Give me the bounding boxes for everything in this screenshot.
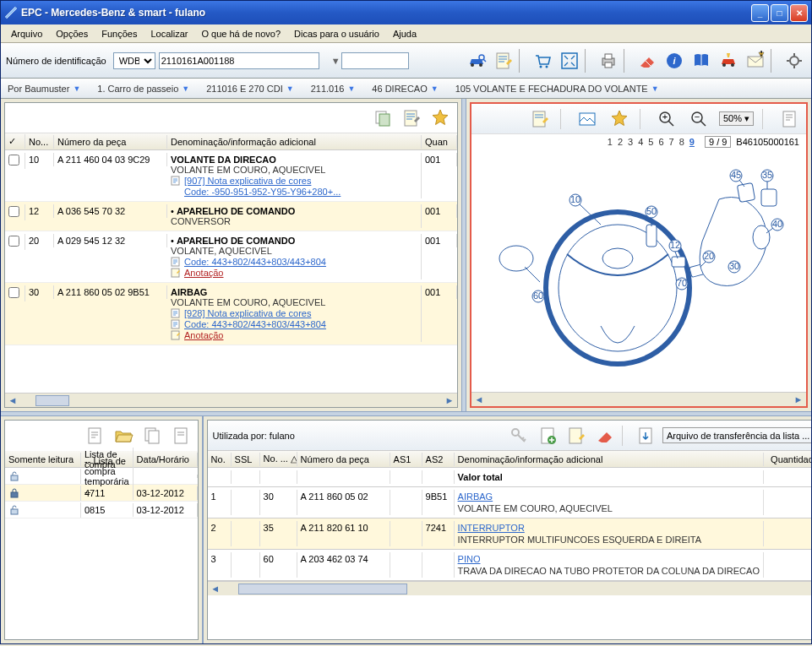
- key-icon[interactable]: [507, 424, 531, 448]
- shop-list-row[interactable]: 471103-12-2012: [5, 485, 198, 502]
- header-part[interactable]: Número da peça: [54, 135, 167, 149]
- row-checkbox[interactable]: [8, 206, 19, 217]
- edit-item-icon[interactable]: [564, 424, 588, 448]
- cart-row[interactable]: 360A 203 462 03 74PINOTRAVA DA DIRECAO N…: [208, 550, 811, 581]
- vertical-splitter-bottom[interactable]: [202, 416, 204, 643]
- row-checkbox[interactable]: [8, 287, 19, 298]
- row-checkbox[interactable]: [8, 236, 19, 247]
- cart-row[interactable]: 130A 211 860 05 029B51AIRBAGVOLANTE EM C…: [208, 487, 811, 518]
- crumb-model[interactable]: 211016 E 270 CDI▼: [206, 84, 293, 94]
- page-link[interactable]: 2: [618, 137, 623, 147]
- menu-dicas[interactable]: Dicas para o usuário: [287, 27, 386, 41]
- mail-alert-icon[interactable]: !: [744, 49, 767, 73]
- menu-novidades[interactable]: O que há de novo?: [194, 27, 287, 41]
- row-link[interactable]: Code: 443+802/443+803/443+804: [184, 319, 326, 329]
- crumb-carro[interactable]: 1. Carro de passeio▼: [97, 84, 189, 94]
- list-props-icon[interactable]: [169, 424, 193, 448]
- crumb-variant[interactable]: 211.016▼: [311, 84, 356, 94]
- ident-select[interactable]: WDB: [113, 52, 155, 69]
- cart-item-link[interactable]: INTERRUPTOR: [458, 523, 525, 533]
- image-icon[interactable]: [575, 107, 599, 131]
- star2-icon[interactable]: [608, 107, 631, 131]
- page-link[interactable]: 3: [628, 137, 633, 147]
- row-link[interactable]: Code: 443+802/443+803/443+804: [184, 257, 326, 267]
- cart-item-link[interactable]: AIRBAG: [458, 491, 493, 502]
- header-readonly[interactable]: Somente leitura: [5, 453, 81, 466]
- copy-selection-icon[interactable]: [371, 106, 395, 130]
- diagram-viewer[interactable]: 10 60 50 12 70 20 30 45 35 40: [471, 149, 806, 392]
- tools-icon[interactable]: [782, 49, 806, 73]
- menu-ajuda[interactable]: Ajuda: [386, 27, 423, 41]
- row-link[interactable]: [928] Nota explicativa de cores: [184, 308, 311, 318]
- vin-input[interactable]: [159, 52, 319, 69]
- page-link[interactable]: 5: [648, 137, 653, 147]
- search-input[interactable]: [341, 52, 409, 69]
- new-list-icon[interactable]: [83, 424, 106, 448]
- page-link[interactable]: 1: [608, 137, 613, 147]
- page-link[interactable]: 4: [638, 137, 643, 147]
- shop-list-row[interactable]: 081503-12-2012: [5, 502, 198, 518]
- page-link[interactable]: 7: [669, 137, 674, 147]
- cart-h-den[interactable]: Denominação/informação adicional: [455, 453, 764, 466]
- row-link[interactable]: Code: -950-951-952-Y95-Y96+280+...: [184, 187, 341, 197]
- parts-h-scrollbar[interactable]: ◄►: [5, 393, 457, 407]
- header-denomination[interactable]: Denominação/informação adicional: [167, 135, 422, 149]
- page-view-icon[interactable]: [777, 107, 801, 131]
- row-link[interactable]: Anotação: [184, 330, 223, 340]
- add-item-icon[interactable]: [536, 424, 559, 448]
- cart-h-scrollbar[interactable]: ◄►: [208, 581, 811, 595]
- delete-item-icon[interactable]: [593, 424, 617, 448]
- notes-icon[interactable]: [492, 49, 515, 73]
- car-search-icon[interactable]: [465, 49, 488, 73]
- export-icon[interactable]: [634, 424, 657, 448]
- row-link[interactable]: [907] Nota explicativa de cores: [184, 176, 311, 186]
- book-icon[interactable]: [689, 49, 713, 73]
- transfer-file-select[interactable]: Arquivo de transferência da lista ...▾: [662, 427, 811, 443]
- page-link[interactable]: 9: [689, 137, 695, 147]
- header-qty[interactable]: Quan: [422, 135, 457, 149]
- open-folder-icon[interactable]: [112, 424, 135, 448]
- expand-icon[interactable]: [558, 49, 581, 73]
- parts-row[interactable]: 10 A 211 460 04 03 9C29 VOLANTE DA DIREC…: [5, 150, 457, 202]
- page-link[interactable]: 8: [679, 137, 684, 147]
- cart-item-link[interactable]: PINO: [458, 554, 481, 564]
- car-alert-icon[interactable]: [717, 49, 740, 73]
- header-check[interactable]: ✓: [5, 134, 25, 149]
- cart-h-no[interactable]: No.: [208, 453, 232, 466]
- maximize-button[interactable]: □: [771, 4, 788, 22]
- diagram-h-scrollbar[interactable]: ◄►: [471, 392, 806, 406]
- parts-row[interactable]: 12 A 036 545 70 32 • APARELHO DE COMANDO…: [5, 202, 457, 231]
- cart-icon[interactable]: [531, 49, 554, 73]
- row-checkbox[interactable]: [8, 155, 19, 166]
- cart-row[interactable]: 235A 211 820 61 107241INTERRUPTORINTERRU…: [208, 518, 811, 550]
- close-button[interactable]: ✕: [790, 4, 808, 22]
- print-icon[interactable]: [597, 49, 620, 73]
- menu-localizar[interactable]: Localizar: [144, 27, 194, 41]
- page-link[interactable]: 6: [658, 137, 663, 147]
- zoom-out-icon[interactable]: −: [687, 107, 711, 131]
- crumb-baumuster[interactable]: Por Baumuster▼: [8, 84, 80, 94]
- eraser-icon[interactable]: [635, 49, 659, 73]
- crumb-subgroup[interactable]: 105 VOLANTE E FECHADURA DO VOLANTE▼: [455, 84, 659, 94]
- zoom-select[interactable]: 50% ▾: [719, 111, 754, 126]
- row-link[interactable]: Anotação: [184, 268, 223, 278]
- cart-h-part[interactable]: Número da peça: [297, 453, 390, 466]
- crumb-group[interactable]: 46 DIRECAO▼: [372, 84, 438, 94]
- menu-funcoes[interactable]: Funções: [95, 27, 144, 41]
- zoom-in-icon[interactable]: +: [655, 107, 678, 131]
- header-date[interactable]: Data/Horário: [134, 453, 198, 466]
- cart-h-qty[interactable]: Quantidade: [764, 453, 811, 466]
- star-icon[interactable]: [428, 106, 452, 130]
- vertical-splitter[interactable]: [461, 99, 466, 411]
- cart-h-as1[interactable]: AS1: [390, 453, 422, 466]
- minimize-button[interactable]: _: [751, 4, 769, 22]
- edit-note-icon[interactable]: [400, 106, 423, 130]
- copy-list-icon[interactable]: [140, 424, 164, 448]
- notes2-icon[interactable]: [528, 107, 552, 131]
- info-icon[interactable]: i: [662, 49, 686, 73]
- parts-row[interactable]: 30 A 211 860 05 02 9B51 AIRBAGVOLANTE EM…: [5, 283, 457, 345]
- cart-h-nox[interactable]: No. ... △: [260, 452, 297, 466]
- cart-h-ssl[interactable]: SSL: [232, 453, 260, 466]
- shop-list-row[interactable]: -- Lista de compra temporária --: [5, 468, 198, 485]
- menu-opcoes[interactable]: Opções: [49, 27, 95, 41]
